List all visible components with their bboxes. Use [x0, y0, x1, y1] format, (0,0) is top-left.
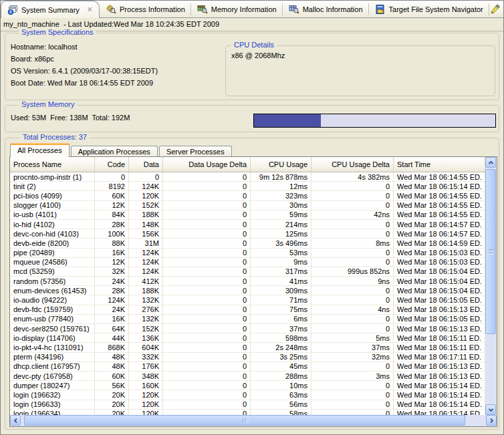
scroll-left-button[interactable] — [10, 415, 21, 426]
table-row[interactable]: io-hid (4102)28K148K0214ms0Wed Mar 18 06… — [10, 220, 485, 229]
tab-application-processes[interactable]: Application Processes — [71, 146, 158, 157]
table-row[interactable]: login (196634)20K120K058ms0Wed Mar 18 06… — [10, 410, 485, 415]
table-cell: 60K — [95, 372, 129, 380]
table-row[interactable]: dhcp.client (167957)48K176K045ms0Wed Mar… — [10, 362, 485, 372]
table-cell: Wed Mar 18 06:15:13 ED. — [394, 362, 485, 371]
scroll-right-button[interactable] — [486, 415, 497, 426]
table-row[interactable]: pterm (434196)48K332K03s 25ms32msWed Mar… — [10, 353, 485, 362]
tab-server-processes[interactable]: Server Processes — [159, 146, 232, 157]
table-row[interactable]: mcd (53259)32K124K0317ms999us 852nsWed M… — [10, 267, 485, 277]
table-cell: 44K — [95, 333, 129, 342]
table-cell: 48K — [95, 353, 129, 361]
table-cell: 124K — [129, 267, 163, 276]
table-row[interactable]: mqueue (24586)12K124K09ms0Wed Mar 18 06:… — [10, 258, 485, 267]
table-row[interactable]: login (196632)20K120K063ms0Wed Mar 18 06… — [10, 390, 485, 400]
tab-all-processes[interactable]: All Processes — [10, 143, 70, 157]
table-cell: 0 — [311, 191, 394, 200]
table-cell: 4ns — [311, 305, 394, 314]
table-row[interactable]: io-audio (94222)124K132K071ms0Wed Mar 18… — [10, 295, 485, 305]
tab-process-information[interactable]: Process Information — [100, 1, 191, 18]
column-header-process-name[interactable]: Process Name — [10, 157, 95, 172]
tab-malloc-information[interactable]: Malloc Information — [283, 1, 369, 18]
table-row[interactable]: devb-fdc (159759)24K276K075ms4nsWed Mar … — [10, 305, 485, 315]
table-row[interactable]: io-display (114706)44K136K0598ms5msWed M… — [10, 333, 485, 343]
table-row[interactable]: io-pkt-v4-hc (131091)868K604K02s 248ms37… — [10, 343, 485, 352]
table-cell: enum-devices (61453) — [10, 286, 95, 295]
table-row[interactable]: devc-pty (167958)60K348K0288ms3msWed Mar… — [10, 372, 485, 381]
table-row[interactable]: random (57356)24K412K041ms9nsWed Mar 18 … — [10, 277, 485, 286]
table-row[interactable]: login (196633)20K120K056ms0Wed Mar 18 06… — [10, 400, 485, 410]
table-cell: 0 — [163, 191, 251, 200]
table-cell: Wed Mar 18 06:15:14 ED. — [394, 182, 485, 190]
process-table: Process NameCodeDataData Usage DeltaCPU … — [9, 156, 497, 427]
column-header-data[interactable]: Data — [129, 157, 163, 172]
scroll-down-button[interactable] — [485, 404, 496, 415]
scroll-up-button[interactable] — [485, 157, 496, 168]
table-cell: 868K — [95, 343, 129, 351]
table-row[interactable]: devc-ser8250 (159761)64K152K037ms0Wed Ma… — [10, 324, 485, 333]
table-cell: 16K — [95, 315, 129, 323]
table-cell: 120K — [129, 390, 163, 399]
memory-summary: Used: 53M Free: 138M Total: 192M — [11, 114, 130, 122]
table-cell: random (57356) — [10, 277, 95, 285]
tab-memory-information[interactable]: Memory Information — [191, 1, 283, 18]
view-tab-bar: System Summary ✕ Process Information — [1, 1, 503, 18]
column-header-code[interactable]: Code — [95, 157, 129, 172]
target-status-label: my_nto_machine - Last Updated:Wed Mar 18… — [3, 20, 219, 28]
horizontal-scrollbar[interactable] — [10, 415, 497, 426]
table-cell: 604K — [129, 343, 163, 351]
table-cell: 8192 — [95, 182, 129, 190]
column-header-data-usage-delta[interactable]: Data Usage Delta — [163, 157, 251, 172]
table-cell: 0 — [163, 315, 251, 323]
tab-system-summary[interactable]: System Summary ✕ — [1, 1, 100, 18]
table-cell: 0 — [311, 220, 394, 229]
table-cell: 120K — [129, 400, 163, 409]
table-row[interactable]: procnto-smp-instr (1)0009m 12s 878ms4s 3… — [10, 172, 485, 182]
table-cell: mcd (53259) — [10, 267, 95, 276]
table-row[interactable]: dumper (180247)56K160K010ms0Wed Mar 18 0… — [10, 381, 485, 390]
table-cell: 0 — [311, 362, 394, 371]
scroll-thumb[interactable] — [24, 415, 465, 426]
table-cell: 75ms — [251, 305, 311, 314]
table-cell: 45ms — [251, 362, 311, 371]
table-cell: Wed Mar 18 06:15:05 ED. — [394, 315, 485, 323]
table-cell: 0 — [163, 172, 251, 181]
column-header-start-time[interactable]: Start Time — [394, 157, 485, 172]
table-cell: 0 — [311, 229, 394, 238]
tab-target-file-system-navigator[interactable]: Target File System Navigator — [369, 1, 489, 18]
process-table-body: procnto-smp-instr (1)0009m 12s 878ms4s 3… — [10, 172, 485, 415]
table-cell: 0 — [163, 201, 251, 210]
table-cell: procnto-smp-instr (1) — [10, 172, 95, 181]
table-cell: 0 — [163, 381, 251, 390]
total-processes-group: Total Processes: 37 All Processes Applic… — [5, 138, 499, 430]
table-cell: 0 — [163, 249, 251, 257]
table-cell: devb-fdc (159759) — [10, 305, 95, 314]
table-cell: 124K — [129, 249, 163, 257]
memory-information-icon — [197, 4, 208, 15]
column-header-cpu-usage[interactable]: CPU Usage — [251, 157, 311, 172]
marker-pen-icon[interactable] — [489, 3, 501, 15]
table-cell: pci-bios (4099) — [10, 191, 95, 200]
scroll-thumb[interactable] — [485, 169, 496, 334]
table-row[interactable]: pci-bios (4099)60K120K0323ms0Wed Mar 18 … — [10, 191, 485, 200]
table-cell: 41ms — [251, 277, 311, 285]
table-cell: Wed Mar 18 06:15:11 ED. — [394, 343, 485, 351]
table-row[interactable]: enum-devices (61453)28K188K0309ms0Wed Ma… — [10, 286, 485, 295]
close-icon[interactable]: ✕ — [87, 6, 93, 13]
table-cell: Wed Mar 18 06:14:55 ED. — [394, 210, 485, 219]
table-cell: 0 — [163, 390, 251, 399]
table-row[interactable]: tinit (2)8192124K012ms0Wed Mar 18 06:15:… — [10, 182, 485, 191]
table-row[interactable]: io-usb (4101)84K188K059ms42nsWed Mar 18 … — [10, 210, 485, 220]
process-table-header: Process NameCodeDataData Usage DeltaCPU … — [10, 157, 485, 172]
table-row[interactable]: devc-con-hid (4103)100K156K0125ms0Wed Ma… — [10, 229, 485, 239]
column-header-cpu-usage-delta[interactable]: CPU Usage Delta — [311, 157, 394, 172]
group-title: CPU Details — [231, 41, 277, 49]
vertical-scrollbar[interactable] — [485, 157, 497, 415]
table-cell: 0 — [163, 286, 251, 295]
table-row[interactable]: slogger (4100)12K152K030ms0Wed Mar 18 06… — [10, 201, 485, 210]
table-row[interactable]: pipe (20489)16K124K053ms0Wed Mar 18 06:1… — [10, 249, 485, 258]
table-cell: io-audio (94222) — [10, 295, 95, 304]
table-row[interactable]: devb-eide (8200)88K31M03s 496ms8msWed Ma… — [10, 239, 485, 248]
memory-usage-bar — [253, 114, 496, 128]
table-row[interactable]: enum-usb (77840)16K132K06ms0Wed Mar 18 0… — [10, 315, 485, 324]
